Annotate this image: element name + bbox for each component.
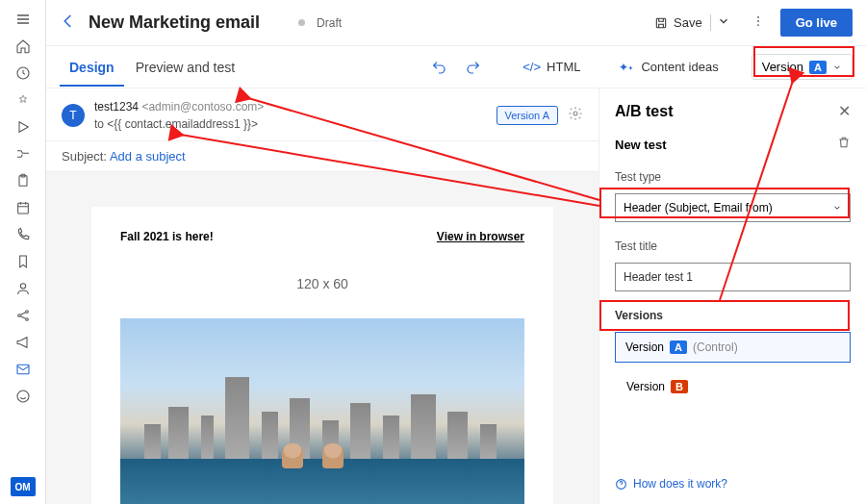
redo-button[interactable] [457,51,490,84]
new-test-label: New test [615,138,666,152]
version-a-chip: Version A [497,106,558,125]
ab-test-panel: A/B test ✕ New test Test type Header (Su… [599,88,866,504]
subject-label: Subject: [62,149,107,164]
version-a-item[interactable]: Version A (Control) [615,332,851,363]
menu-icon[interactable] [0,6,46,33]
paste-icon[interactable] [0,167,46,194]
gear-icon[interactable] [568,106,583,125]
html-button[interactable]: </> HTML [513,60,590,74]
save-label: Save [674,15,702,30]
chevron-down-icon [832,63,842,72]
test-title-input[interactable] [615,263,851,291]
logo-placeholder[interactable]: 120 x 60 [265,265,380,303]
close-icon[interactable]: ✕ [838,102,851,120]
version-b-badge: B [671,380,688,393]
status-label: Draft [317,16,342,30]
email-header-card: T test1234 <admin@contoso.com> to <{{ co… [46,88,599,141]
go-live-button[interactable]: Go live [780,9,853,37]
html-label: HTML [547,60,580,74]
svg-point-6 [25,311,28,314]
version-a-badge: A [809,61,827,74]
test-title-label: Test title [615,239,851,253]
status-dot [298,19,305,26]
svg-point-5 [17,315,20,317]
share-icon[interactable] [0,302,46,329]
test-type-value: Header (Subject, Email from) [624,201,773,214]
how-does-it-work-link[interactable]: How does it work? [615,477,851,491]
code-icon: </> [522,60,541,74]
email-body[interactable]: Fall 2021 is here! View in browser 120 x… [91,207,553,504]
page-title: New Marketing email [89,13,260,33]
recent-icon[interactable] [0,60,46,87]
top-bar: New Marketing email Draft Save Go live [46,0,866,46]
svg-point-14 [573,112,577,115]
tab-design[interactable]: Design [60,48,124,87]
chevron-down-icon [832,203,842,213]
test-type-label: Test type [615,170,851,184]
content-ideas-button[interactable]: ✦˖ Content ideas [607,60,729,74]
sender-avatar: T [62,104,85,127]
version-b-item[interactable]: Version B [615,372,851,401]
add-subject-link[interactable]: Add a subject [110,149,186,164]
back-button[interactable] [60,13,77,34]
svg-rect-8 [17,365,29,373]
svg-point-9 [17,391,29,402]
svg-point-13 [757,24,759,26]
more-button[interactable] [748,11,769,36]
view-in-browser-link[interactable]: View in browser [437,230,524,243]
command-bar: Design Preview and test </> HTML ✦˖ Cont… [46,46,866,88]
bookmark-icon[interactable] [0,248,46,275]
from-name: test1234 [94,100,139,113]
version-a-badge: A [670,340,687,354]
journey-icon[interactable] [0,140,46,167]
svg-rect-10 [656,18,665,27]
emoji-icon[interactable] [0,383,46,410]
svg-point-4 [20,284,25,289]
svg-point-11 [757,15,759,17]
control-suffix: (Control) [693,340,738,354]
version-label: Version [762,60,803,74]
tab-preview[interactable]: Preview and test [126,48,245,87]
versions-label: Versions [615,309,851,322]
help-icon [615,478,627,491]
svg-point-12 [757,20,759,22]
svg-rect-3 [17,203,28,214]
delete-icon[interactable] [837,136,851,153]
megaphone-icon[interactable] [0,329,46,356]
email-headline: Fall 2021 is here! [120,230,214,243]
design-canvas: T test1234 <admin@contoso.com> to <{{ co… [46,88,599,504]
from-address: <admin@contoso.com> [141,100,264,113]
svg-point-7 [25,318,28,321]
version-switcher[interactable]: Version A [751,54,853,80]
home-icon[interactable] [0,33,46,60]
to-line: to <{{ contact.emailaddress1 }}> [94,115,487,133]
contact-icon[interactable] [0,275,46,302]
pin-icon[interactable] [0,87,46,113]
test-type-select[interactable]: Header (Subject, Email from) [615,193,851,222]
left-nav-rail: OM [0,0,46,504]
undo-button[interactable] [422,51,455,84]
mail-icon[interactable] [0,356,46,383]
calendar-icon[interactable] [0,194,46,221]
sparkle-icon: ✦˖ [619,61,633,74]
subject-row[interactable]: Subject: Add a subject [46,141,599,172]
phone-icon[interactable] [0,221,46,248]
chevron-down-icon[interactable] [710,14,730,31]
hero-image[interactable] [120,318,524,504]
play-icon[interactable] [0,113,46,140]
save-button[interactable]: Save [649,11,736,35]
ideas-label: Content ideas [641,60,718,74]
panel-title: A/B test [615,103,673,120]
om-badge[interactable]: OM [11,477,36,496]
main-area: New Marketing email Draft Save Go live D… [46,0,866,504]
